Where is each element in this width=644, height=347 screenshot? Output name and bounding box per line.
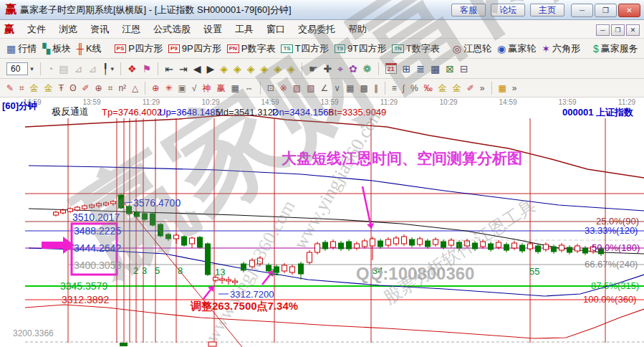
- more-tools-left[interactable]: »: [477, 82, 488, 94]
- export-button[interactable]: ⊠: [443, 62, 457, 75]
- home-button[interactable]: 主页: [530, 4, 564, 16]
- gold-line2-tool[interactable]: 金: [450, 82, 464, 94]
- frame-tool[interactable]: ⊡: [264, 82, 277, 94]
- hatch2-tool[interactable]: ▧: [304, 82, 317, 94]
- hand-tool-button[interactable]: ☛: [306, 62, 321, 75]
- chart-area[interactable]: 14:5913:5911:2910:2914:5913:5911:2910:29…: [0, 100, 644, 347]
- menu-window[interactable]: 窗口: [260, 22, 292, 37]
- diamond-expand-button[interactable]: ◈: [284, 62, 298, 75]
- winner-wheel-button[interactable]: ◉赢家轮: [494, 41, 539, 57]
- ray-fan-tool[interactable]: ※: [277, 82, 290, 94]
- maximize-button[interactable]: ❐: [595, 4, 617, 17]
- box-tool[interactable]: ▣: [175, 82, 188, 94]
- menu-news[interactable]: 资讯: [84, 22, 115, 37]
- 9p-square-button[interactable]: P99P四方形: [165, 41, 224, 57]
- grid-tool[interactable]: ⌗: [16, 82, 27, 94]
- menu-help[interactable]: 帮助: [342, 22, 373, 37]
- support-button[interactable]: 客服: [451, 4, 486, 16]
- angle-fan-tool[interactable]: △: [129, 82, 141, 94]
- t-square-button[interactable]: TST四方形: [278, 41, 331, 57]
- menu-browse[interactable]: 浏览: [52, 22, 84, 37]
- notes-button[interactable]: ≣: [413, 62, 428, 75]
- count-grid-tool[interactable]: ⌗: [105, 82, 116, 94]
- menu-tools[interactable]: 工具: [229, 22, 260, 37]
- percent-curve-tool[interactable]: ∫: [400, 82, 408, 94]
- forum-button[interactable]: 论坛: [491, 4, 525, 16]
- fan-tool[interactable]: Ŧ: [56, 82, 67, 94]
- last-page-button[interactable]: ⇥: [176, 62, 191, 75]
- more-tools[interactable]: »: [509, 82, 520, 94]
- trend-large-button[interactable]: ⊿: [85, 62, 100, 75]
- diamond-both-button[interactable]: ◈: [244, 62, 258, 75]
- crosshair-button[interactable]: ✚: [320, 62, 335, 75]
- menu-gann[interactable]: 江恩: [115, 22, 147, 37]
- gann-wheel-button[interactable]: ◎江恩轮: [450, 41, 494, 57]
- 9t-square-button[interactable]: T99T四方形: [332, 41, 390, 57]
- quotes-button[interactable]: ▦行情: [4, 41, 39, 57]
- diamond-right-button[interactable]: ◈: [231, 62, 244, 75]
- check-tool[interactable]: √: [189, 82, 200, 94]
- close-button[interactable]: ✕: [618, 4, 640, 17]
- first-page-button[interactable]: ⇤: [162, 62, 176, 75]
- parallel-tool[interactable]: ∥: [371, 82, 381, 94]
- levels-tool[interactable]: ≡: [389, 82, 400, 94]
- target-tool[interactable]: ⊕: [149, 82, 162, 94]
- calendar-button[interactable]: 21: [383, 62, 400, 75]
- ying-tool[interactable]: 赢: [213, 82, 228, 94]
- mdi-close-button[interactable]: ✕: [626, 24, 640, 36]
- winner-service-button[interactable]: $赢家服务: [590, 41, 641, 57]
- annotate-tool[interactable]: ✐: [464, 82, 477, 94]
- clock-tool[interactable]: ⊕: [92, 82, 105, 94]
- sectors-button[interactable]: ▚板块: [39, 41, 74, 57]
- menu-trading[interactable]: 交易委托: [292, 22, 342, 37]
- print-button[interactable]: ⊟: [457, 62, 471, 75]
- minimize-button[interactable]: ─: [571, 4, 593, 17]
- flag-button[interactable]: ⚑: [140, 62, 155, 75]
- intraday-button[interactable]: ◔: [44, 62, 56, 75]
- star-burst-tool[interactable]: ✳: [162, 82, 175, 94]
- mdi-restore-button[interactable]: ❐: [611, 24, 625, 36]
- p-number-table-button[interactable]: PNP数字表: [224, 41, 279, 57]
- ruler-grid-tool[interactable]: ▦: [228, 82, 241, 94]
- knot-tool-button[interactable]: ✿: [346, 62, 360, 75]
- spiral-tool[interactable]: ʘ: [67, 82, 79, 94]
- vee-tool[interactable]: ∨: [331, 82, 343, 94]
- gold-line-tool[interactable]: 金: [436, 82, 450, 94]
- shen-tool[interactable]: 神: [199, 82, 213, 94]
- gold-section-tool[interactable]: 金: [42, 82, 56, 94]
- mdi-minimize-button[interactable]: ─: [596, 24, 610, 36]
- diamond-left-button[interactable]: ◈: [217, 62, 231, 75]
- angle-tool[interactable]: ∠: [318, 82, 332, 94]
- locate-button[interactable]: ⌖: [335, 62, 346, 75]
- menu-file[interactable]: 文件: [21, 22, 52, 37]
- permille-tool[interactable]: ‰: [421, 82, 436, 94]
- pencil-tool[interactable]: ✎: [4, 82, 16, 94]
- trend-small-button[interactable]: ⊿: [72, 62, 86, 75]
- diamond-star-button[interactable]: ◈: [271, 62, 284, 75]
- width-measure-tool[interactable]: ⇔: [242, 82, 256, 94]
- percent-tool[interactable]: %: [408, 82, 421, 94]
- hatch-tool[interactable]: ▨: [290, 82, 304, 94]
- diamond-shrink-button[interactable]: ◈: [258, 62, 271, 75]
- next-page-button[interactable]: ▶: [203, 62, 217, 75]
- calculator-button[interactable]: ⊞: [400, 62, 414, 75]
- candle-style-button[interactable]: ╿▾: [100, 62, 117, 75]
- p-square-button[interactable]: PSP四方形: [112, 41, 165, 57]
- hexagon-button[interactable]: ✶六角形: [539, 41, 583, 57]
- gold-ratio-tool[interactable]: 金: [27, 82, 42, 94]
- quote-list-button[interactable]: ▤: [56, 62, 71, 75]
- prev-page-button[interactable]: ◀: [191, 62, 204, 75]
- gann-tool-button[interactable]: ❖: [125, 62, 140, 75]
- grid2-tool[interactable]: ▦: [343, 82, 357, 94]
- ribbon-tool-button[interactable]: ❁: [360, 62, 375, 75]
- period-select[interactable]: 60▾: [4, 61, 37, 77]
- grid3-tool[interactable]: ▩: [357, 82, 370, 94]
- menu-settings[interactable]: 设置: [197, 22, 229, 37]
- save-button[interactable]: ▦: [428, 62, 443, 75]
- ruler-pencil-tool[interactable]: ✐: [80, 82, 92, 94]
- kline-button[interactable]: ╫K线: [74, 41, 105, 57]
- matrix-tool[interactable]: ▦: [496, 82, 509, 94]
- menu-formula-picker[interactable]: 公式选股: [147, 22, 197, 37]
- t-number-table-button[interactable]: TNT数字表: [389, 41, 443, 57]
- square-number-tool[interactable]: n²: [115, 82, 129, 94]
